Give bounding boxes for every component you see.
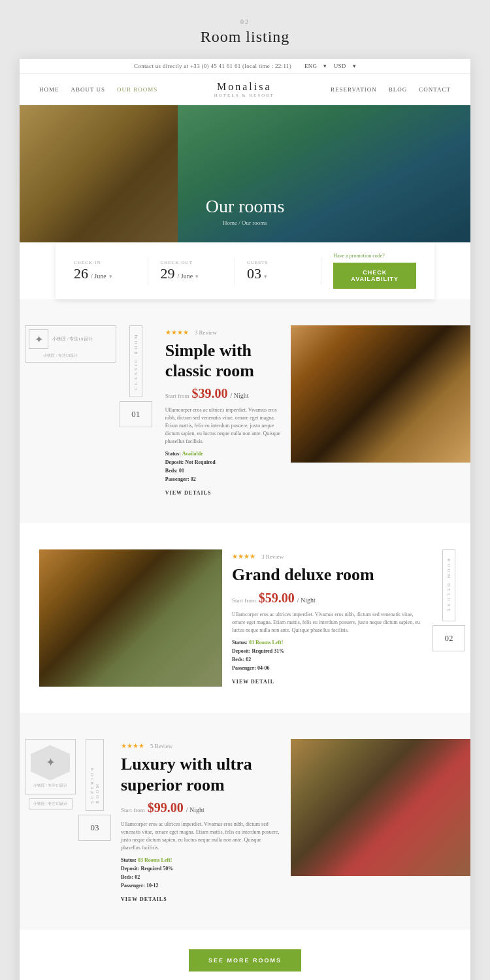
nav-about[interactable]: ABOUT US <box>71 86 106 93</box>
room-2-price-unit: / Night <box>297 596 316 604</box>
booking-bar: CHECK-IN 26 / June ▾ CHECK-OUT 29 / June… <box>56 242 434 299</box>
checkin-label: CHECK-IN <box>74 260 142 265</box>
currency-selector[interactable]: USD <box>334 63 346 69</box>
room-2-start-from: Start from <box>232 597 256 604</box>
room-3-passenger: Passenger: 10-12 <box>121 883 281 889</box>
room-1-passenger: Passenger: 02 <box>165 476 281 482</box>
room-2-info: ★★★★ 3 Review Grand deluxe room Start fr… <box>222 549 433 685</box>
room-1-description: Ullamcorper eros ac ultrices imperdiet. … <box>165 406 281 446</box>
room-1-deposit: Deposit: Not Required <box>165 459 281 465</box>
room-2-status: Status: 03 Rooms Left! <box>232 640 423 645</box>
room-1-number: 01 <box>120 401 152 427</box>
logo: Monalisa HOTELS & RESORT <box>214 81 274 98</box>
room-3-description: Ullamcorper eros ac ultrices imperdiet. … <box>121 821 281 852</box>
checkin-arrow[interactable]: ▾ <box>109 273 112 280</box>
room-2-price: $59.00 <box>259 591 295 605</box>
language-selector[interactable]: ENG <box>304 63 317 69</box>
room-2-sidebar-label: ROOM DELUXE <box>442 549 455 621</box>
room-section-3: ✦ 小铁匠 / 专注UI设计 小铁匠 / 专注UI设计 SUPERIOR ROO… <box>20 713 470 929</box>
top-bar: Contact us directly at +33 (0) 45 41 61 … <box>20 59 470 74</box>
room-3-start-from: Start from <box>121 807 145 813</box>
room-3-name: Luxury with ultra superior room <box>121 754 281 794</box>
room-2-beds: Beds: 02 <box>232 657 423 662</box>
hero-breadcrumb: Home / Our rooms <box>206 220 285 226</box>
room-2-reviews: 3 Review <box>261 553 284 560</box>
room-1-view-details[interactable]: VIEW DETAILS <box>165 490 212 496</box>
guests-number: 03 <box>247 265 261 282</box>
promo-link[interactable]: Have a promotion code? <box>333 253 416 259</box>
page-number: 02 <box>0 18 490 25</box>
room-2-name: Grand deluxe room <box>232 564 423 585</box>
checkin-field[interactable]: CHECK-IN 26 / June ▾ <box>69 257 148 285</box>
watermark-1: 小铁匠 / 专注UI设计 <box>52 336 93 342</box>
contact-info: Contact us directly at +33 (0) 45 41 61 … <box>134 63 291 69</box>
room-3-image <box>291 739 470 876</box>
room-1-price-unit: / Night <box>231 392 249 399</box>
page-title-section: 02 Room listing <box>0 0 490 59</box>
nav-contact[interactable]: CONTACT <box>419 86 451 93</box>
room-1-status: Status: Available <box>165 451 281 457</box>
room-1-sidebar-label: CLASSIC ROOM <box>129 325 142 397</box>
see-more-section: SEE MORE ROOMS <box>20 930 470 980</box>
room-2-image <box>39 549 222 687</box>
checkout-arrow[interactable]: ▾ <box>195 273 199 280</box>
room-2-passenger: Passenger: 04-06 <box>232 665 423 671</box>
room-3-deposit: Deposit: Required 50% <box>121 866 281 872</box>
room-1-start-from: Start from <box>165 393 189 399</box>
room-2-stars: ★★★★ <box>232 553 255 560</box>
logo-main[interactable]: Monalisa <box>214 81 274 93</box>
room-3-info: ★★★★ 5 Review Luxury with ultra superior… <box>111 739 291 903</box>
hero-text: Our rooms Home / Our rooms <box>206 196 285 226</box>
guests-label: GUESTS <box>247 260 316 265</box>
room-3-price-line: Start from $99.00 / Night <box>121 800 281 815</box>
nav-home[interactable]: HOME <box>39 86 59 93</box>
room-3-status: Status: 03 Rooms Left! <box>121 857 281 863</box>
room-1-image <box>291 325 470 463</box>
room-3-price-unit: / Night <box>186 806 204 813</box>
nav-our-rooms[interactable]: OUR ROOMS <box>117 86 157 93</box>
checkout-field[interactable]: CHECK-OUT 29 / June ▾ <box>155 257 235 285</box>
guests-arrow[interactable]: ▾ <box>264 273 267 280</box>
watermark-3-text: 小铁匠 / 专注UI设计 <box>29 798 73 809</box>
room-1-reviews: 3 Review <box>195 329 217 336</box>
room-2-deposit: Deposit: Required 31% <box>232 648 423 654</box>
guests-count: 03 ▾ <box>247 265 316 282</box>
room-section-2: ★★★★ 3 Review Grand deluxe room Start fr… <box>20 523 470 713</box>
page-title: Room listing <box>0 28 490 46</box>
checkin-month: / June <box>91 272 106 280</box>
guests-field[interactable]: GUESTS 03 ▾ <box>242 257 321 285</box>
room-3-beds: Beds: 02 <box>121 874 281 880</box>
room-3-reviews: 5 Review <box>150 743 172 749</box>
hero-title: Our rooms <box>206 196 285 217</box>
hero-banner: Our rooms Home / Our rooms <box>20 105 470 262</box>
room-3-number: 03 <box>78 815 111 841</box>
room-1-name: Simple with classic room <box>165 340 281 381</box>
checkout-label: CHECK-OUT <box>160 260 229 265</box>
room-1-stars: ★★★★ <box>165 329 189 336</box>
check-availability-button[interactable]: CHECK AVAILABILITY <box>333 263 416 289</box>
nav-right: RESERVATION BLOG CONTACT <box>331 86 451 93</box>
room-section-1: ✦ 小铁匠 / 专注UI设计 小铁匠 / 专注UI设计 CLASSIC ROOM… <box>20 299 470 523</box>
logo-sub: HOTELS & RESORT <box>214 93 274 98</box>
room-3-sidebar-label: SUPERIOR ROOM <box>86 739 104 811</box>
see-more-button[interactable]: SEE MORE ROOMS <box>189 949 301 972</box>
main-nav: HOME ABOUT US OUR ROOMS Monalisa HOTELS … <box>20 74 470 105</box>
promo-section: Have a promotion code? CHECK AVAILABILIT… <box>328 250 421 291</box>
room-1-price: $39.00 <box>192 386 228 400</box>
nav-blog[interactable]: BLOG <box>389 86 408 93</box>
nav-reservation[interactable]: RESERVATION <box>331 86 377 93</box>
room-1-price-line: Start from $39.00 / Night <box>165 386 281 401</box>
room-2-view-details[interactable]: VIEW DETAIL <box>232 679 274 685</box>
checkout-date: 29 / June ▾ <box>160 265 229 282</box>
room-1-info: ★★★★ 3 Review Simple with classic room S… <box>152 325 291 497</box>
room-3-price: $99.00 <box>148 800 184 815</box>
room-3-view-details[interactable]: VIEW DETAILS <box>121 896 167 902</box>
checkout-month: / June <box>177 272 193 280</box>
room-2-description: Ullamcorper eros ac ultrices imperdiet. … <box>232 611 423 634</box>
checkin-day: 26 <box>74 265 88 282</box>
room-1-beds: Beds: 01 <box>165 468 281 474</box>
room-3-stars: ★★★★ <box>121 742 144 749</box>
nav-left: HOME ABOUT US OUR ROOMS <box>39 86 157 93</box>
checkin-date: 26 / June ▾ <box>74 265 142 282</box>
checkout-day: 29 <box>160 265 174 282</box>
